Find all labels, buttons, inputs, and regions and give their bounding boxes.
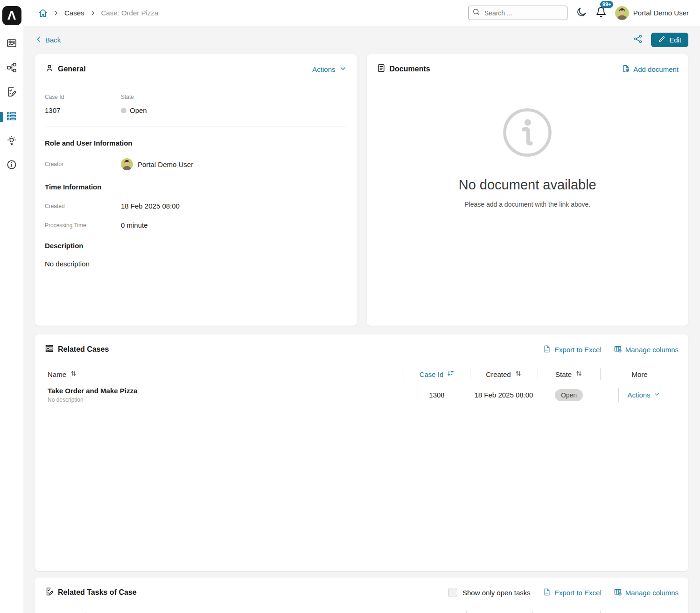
user-name: Portal Demo User [633, 9, 689, 17]
related-cases-title: Related Cases [45, 344, 109, 355]
column-header-more: More [600, 368, 679, 380]
app-logo[interactable]: Λ [2, 6, 21, 25]
search-icon [472, 8, 480, 18]
home-icon[interactable] [38, 8, 48, 18]
documents-card: Documents Add document [367, 54, 689, 326]
app-root: Λ [0, 0, 700, 613]
info-icon [6, 159, 17, 172]
row-case-description: No description [48, 397, 84, 403]
checkbox-icon[interactable] [448, 588, 457, 597]
export-to-excel-button[interactable]: xls Export to Excel [543, 588, 602, 598]
search-input[interactable] [483, 9, 558, 17]
column-header-state[interactable]: State [538, 368, 600, 380]
page-toolbar: Back Edit [35, 32, 688, 47]
excel-icon: xls [543, 345, 551, 355]
case-id-value: 1307 [45, 106, 121, 114]
chevron-right-icon [53, 10, 59, 16]
related-cases-card: Related Cases xls Export to Excel [35, 334, 688, 571]
row-case-name-cell: Take Order and Make Pizza No description [45, 387, 404, 403]
dark-mode-toggle[interactable] [576, 7, 587, 19]
creator-value: Portal Demo User [121, 158, 193, 170]
avatar [615, 6, 629, 20]
notifications-button[interactable]: 99+ [595, 7, 607, 20]
edit-button[interactable]: Edit [651, 33, 688, 47]
breadcrumb-current: Case: Order Pizza [101, 9, 159, 17]
column-header-case-id[interactable]: Case Id [404, 368, 470, 380]
share-button[interactable] [633, 34, 643, 46]
row-actions-menu[interactable]: Actions [627, 391, 660, 399]
sidebar-item-tasks[interactable] [5, 86, 18, 99]
related-cases-header-row: Name Case Id Created [45, 366, 679, 382]
related-tasks-card: Related Tasks of Case Show only open tas… [35, 578, 688, 613]
processing-time-label: Processing Time [45, 222, 121, 229]
row-state: Open [538, 389, 600, 401]
column-header-name[interactable]: Name [45, 368, 404, 380]
sidebar-nav [5, 38, 18, 172]
column-header-prio[interactable]: Prio [45, 611, 85, 613]
role-section-title: Role and User Information [45, 139, 347, 147]
processing-time-row: Processing Time 0 minute [45, 221, 347, 229]
column-header-state[interactable]: State [532, 611, 600, 613]
export-to-excel-button[interactable]: xls Export to Excel [543, 345, 602, 355]
divider [45, 126, 347, 126]
user-menu[interactable]: Portal Demo User [615, 6, 689, 20]
cases-icon [6, 111, 17, 124]
related-tasks-header-row: Prio Name Task Id [45, 609, 679, 613]
processing-time-value: 0 minute [121, 221, 148, 229]
sidebar-item-analysis[interactable] [5, 135, 18, 148]
sidebar-item-cases[interactable] [5, 111, 18, 124]
documents-empty-title: No document available [459, 177, 596, 193]
status-badge: Open [555, 389, 583, 401]
row-case-id: 1308 [404, 391, 470, 399]
column-header-name[interactable]: Name [85, 611, 466, 613]
chevron-left-icon [35, 35, 42, 44]
dashboard-icon [6, 38, 17, 51]
case-id-field: Case Id 1307 [45, 94, 121, 114]
moon-icon [576, 7, 587, 19]
sidebar-item-dashboard[interactable] [5, 38, 18, 51]
created-row: Created 18 Feb 2025 08:00 [45, 202, 347, 210]
main-area: Cases Case: Order Pizza [23, 0, 700, 613]
sort-desc-icon [447, 369, 455, 379]
manage-columns-icon [614, 588, 622, 598]
creator-label: Creator [45, 161, 121, 167]
general-actions-menu[interactable]: Actions [312, 64, 347, 74]
chevron-down-icon [339, 64, 347, 74]
column-header-created[interactable]: Created [470, 368, 538, 380]
breadcrumb-cases[interactable]: Cases [64, 9, 84, 17]
table-row[interactable]: Take Order and Make Pizza No description… [45, 382, 679, 408]
row-case-name[interactable]: Take Order and Make Pizza [48, 387, 137, 395]
svg-text:xls: xls [545, 592, 548, 594]
creator-name: Portal Demo User [138, 160, 193, 168]
case-id-label: Case Id [45, 94, 121, 100]
creator-row: Creator [45, 158, 347, 170]
cases-list-icon [45, 344, 54, 355]
creator-avatar [121, 158, 133, 170]
column-header-task-id[interactable]: Task Id [466, 611, 532, 613]
document-icon [377, 63, 386, 75]
sidebar-item-info[interactable] [5, 159, 18, 172]
add-document-button[interactable]: Add document [622, 64, 679, 74]
info-circle-icon [501, 106, 553, 160]
sidebar-item-processes[interactable] [5, 62, 18, 75]
created-label: Created [45, 203, 121, 209]
breadcrumb: Cases Case: Order Pizza [38, 8, 158, 18]
global-search[interactable] [468, 6, 567, 20]
processes-icon [6, 62, 17, 75]
sort-icon [70, 369, 77, 379]
pencil-icon [658, 35, 665, 44]
excel-icon: xls [543, 588, 551, 598]
topbar: Cases Case: Order Pizza [23, 0, 700, 26]
tasks-icon [6, 86, 17, 99]
divider [618, 388, 619, 402]
notification-badge: 99+ [600, 1, 614, 8]
back-button[interactable]: Back [35, 35, 61, 44]
manage-columns-button[interactable]: Manage columns [614, 588, 679, 598]
topbar-right: 99+ Portal [468, 6, 689, 20]
manage-columns-button[interactable]: Manage columns [614, 345, 679, 355]
bell-icon [595, 11, 607, 19]
general-card-title: General [45, 63, 86, 75]
chevron-right-icon [90, 10, 96, 16]
column-header-more: More [600, 611, 679, 613]
show-only-open-tasks-toggle[interactable]: Show only open tasks [448, 588, 531, 597]
